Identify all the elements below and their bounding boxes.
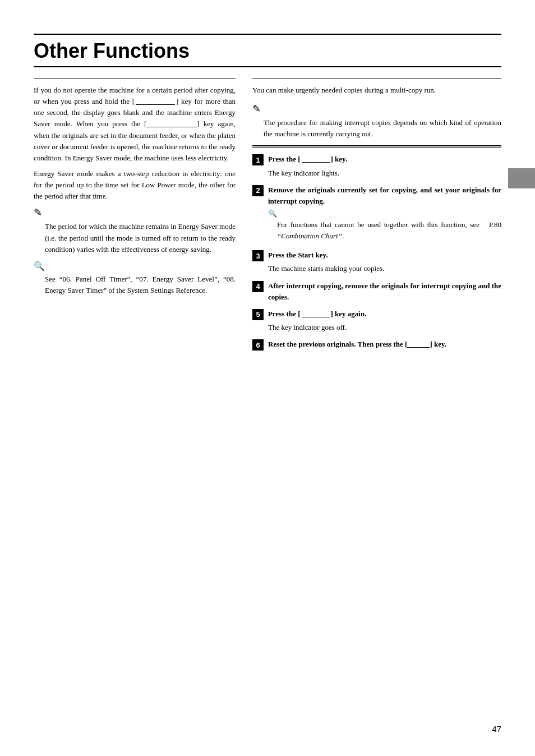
right-steps-rule-top <box>252 145 501 146</box>
left-para2: Energy Saver mode makes a two-step reduc… <box>34 168 236 202</box>
step-2-number: 2 <box>252 185 264 196</box>
step-2-text: Remove the originals currently set for c… <box>268 185 501 207</box>
left-ref-text: See “06. Panel Off Timer”, “07. Energy S… <box>45 274 236 296</box>
step-4-number: 4 <box>252 281 264 292</box>
step-5-content: Press the [] key again. The key indicato… <box>268 308 501 335</box>
step-1: 1 Press the [] key. The key indicator li… <box>252 154 501 181</box>
step-3-sub: The machine starts making your copies. <box>268 263 501 274</box>
left-column: If you do not operate the machine for a … <box>34 79 236 356</box>
step-3-number: 3 <box>252 250 264 261</box>
page: Other Functions If you do not operate th… <box>0 0 535 756</box>
step-2-subnote-text: For functions that cannot be used togeth… <box>277 219 501 242</box>
ref-icon-left: 🔍 <box>34 261 236 271</box>
step-1-number: 1 <box>252 154 264 165</box>
left-intro-para: If you do not operate the machine for a … <box>34 85 236 164</box>
note-icon-left: ✎ <box>34 206 236 219</box>
right-note-text: The procedure for making interrupt copie… <box>264 117 501 140</box>
step-5-number: 5 <box>252 309 264 320</box>
top-rule <box>34 34 501 35</box>
note-icon-right: ✎ <box>252 103 501 115</box>
two-column-layout: If you do not operate the machine for a … <box>34 79 501 356</box>
right-intro: You can make urgently needed copies duri… <box>252 85 501 96</box>
step-5: 5 Press the [] key again. The key indica… <box>252 308 501 335</box>
title-rule <box>34 66 501 67</box>
step-2: 2 Remove the originals currently set for… <box>252 185 501 247</box>
step-6-content: Reset the previous originals. Then press… <box>268 339 501 352</box>
step-6-text: Reset the previous originals. Then press… <box>268 339 501 350</box>
step-2-subnote: For functions that cannot be used togeth… <box>268 219 501 242</box>
step-1-content: Press the [] key. The key indicator ligh… <box>268 154 501 181</box>
right-column: You can make urgently needed copies duri… <box>252 79 501 356</box>
right-steps-rule-top2 <box>252 147 501 148</box>
step-6-number: 6 <box>252 339 264 351</box>
right-note-block: The procedure for making interrupt copie… <box>252 117 501 140</box>
page-title: Other Functions <box>34 39 501 63</box>
step-5-text: Press the [] key again. <box>268 308 501 320</box>
step-4-content: After interrupt copying, remove the orig… <box>268 280 501 305</box>
step-4-text: After interrupt copying, remove the orig… <box>268 280 501 303</box>
step-2-content: Remove the originals currently set for c… <box>268 185 501 247</box>
left-note-block: The period for which the machine remains… <box>34 221 236 255</box>
page-number: 47 <box>492 724 501 734</box>
step-3-text: Press the Start key. <box>268 250 501 261</box>
side-tab <box>508 168 535 188</box>
step-5-sub: The key indicator goes off. <box>268 322 501 333</box>
step-4: 4 After interrupt copying, remove the or… <box>252 280 501 305</box>
right-top-rule <box>252 79 501 79</box>
step-1-sub: The key indicator lights. <box>268 168 501 179</box>
left-ref-block: See “06. Panel Off Timer”, “07. Energy S… <box>34 274 236 296</box>
step-6: 6 Reset the previous originals. Then pre… <box>252 339 501 352</box>
step-1-text: Press the [] key. <box>268 154 501 165</box>
step-3: 3 Press the Start key. The machine start… <box>252 250 501 276</box>
step-3-content: Press the Start key. The machine starts … <box>268 250 501 276</box>
ref-icon-step2: 🔍 <box>268 209 501 218</box>
left-note-text: The period for which the machine remains… <box>45 221 236 255</box>
left-sub-rule <box>34 79 236 79</box>
